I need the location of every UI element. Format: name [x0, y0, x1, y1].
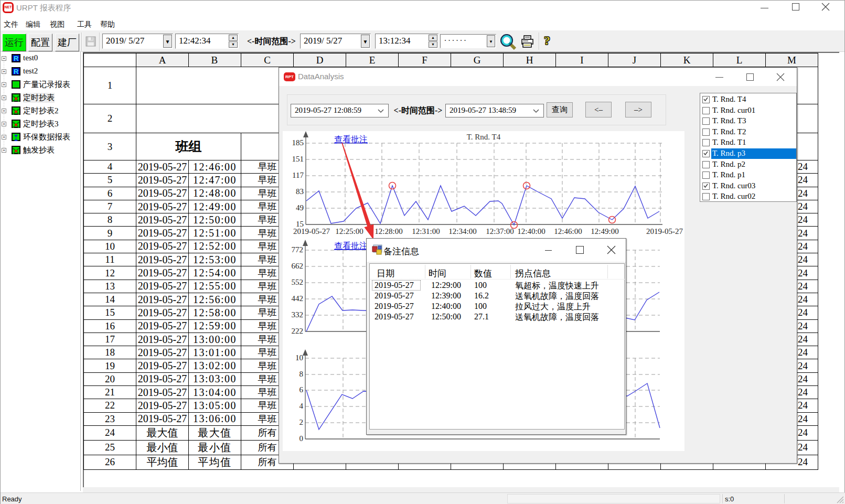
svg-text:2019-05-27: 2019-05-27 [293, 227, 330, 235]
svg-text:222: 222 [292, 327, 304, 335]
svg-text:117: 117 [292, 171, 304, 179]
svg-text:0: 0 [300, 434, 304, 443]
svg-text:T. Rnd. T4: T. Rnd. T4 [467, 133, 501, 141]
svg-text:12:49:00: 12:49:00 [591, 227, 618, 235]
svg-text:12:37:00: 12:37:00 [486, 227, 514, 235]
svg-text:12:40:00: 12:40:00 [517, 227, 545, 235]
svg-text:83: 83 [296, 187, 304, 196]
svg-text:662: 662 [292, 262, 304, 270]
svg-text:4: 4 [300, 402, 304, 410]
svg-text:442: 442 [292, 294, 304, 303]
svg-text:8: 8 [300, 370, 304, 378]
svg-text:12:34:00: 12:34:00 [448, 227, 476, 235]
svg-text:12:28:00: 12:28:00 [375, 227, 402, 235]
svg-text:552: 552 [292, 278, 304, 286]
svg-text:12:46:00: 12:46:00 [554, 227, 582, 235]
svg-text:6: 6 [300, 385, 304, 394]
svg-text:2: 2 [300, 418, 304, 426]
svg-text:772: 772 [292, 245, 304, 254]
svg-text:12:31:00: 12:31:00 [412, 227, 440, 235]
svg-text:332: 332 [292, 310, 304, 319]
svg-text:2019-05-27: 2019-05-27 [646, 227, 683, 235]
svg-text:12:25:00: 12:25:00 [335, 227, 363, 235]
svg-text:151: 151 [292, 155, 304, 163]
svg-text:查看批注: 查看批注 [334, 241, 368, 250]
svg-text:查看批注: 查看批注 [334, 135, 368, 144]
svg-text:10: 10 [295, 353, 303, 362]
svg-text:49: 49 [296, 203, 304, 212]
svg-text:185: 185 [292, 138, 304, 147]
